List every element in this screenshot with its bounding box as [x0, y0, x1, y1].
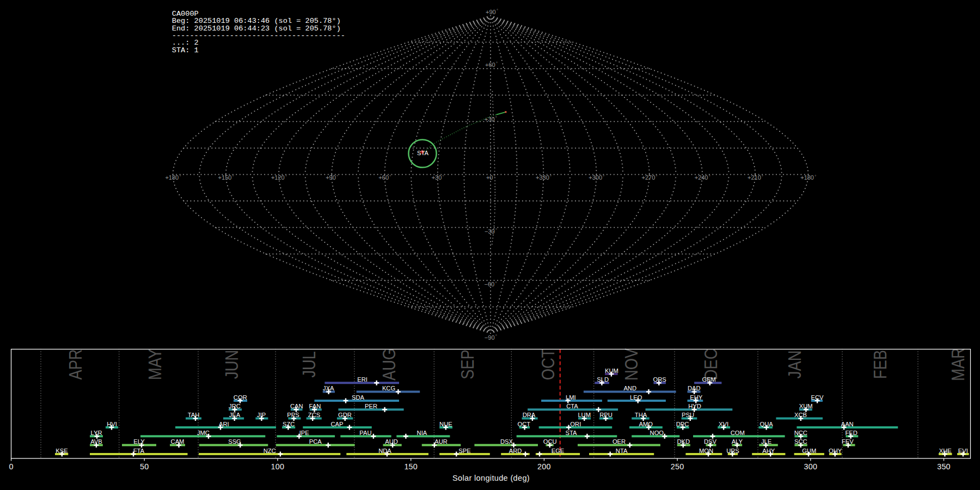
svg-text:AUG: AUG — [378, 348, 399, 381]
svg-text:NTA: NTA — [616, 448, 628, 454]
svg-text:JEA: JEA — [229, 412, 241, 418]
svg-text:LEO: LEO — [630, 394, 642, 401]
svg-text:EVI: EVI — [958, 448, 968, 454]
svg-text:GUM: GUM — [802, 448, 816, 454]
svg-text:100: 100 — [271, 462, 285, 471]
svg-text:CAM: CAM — [171, 438, 185, 445]
svg-text:ALY: ALY — [732, 438, 743, 445]
svg-text:DSV: DSV — [704, 438, 717, 445]
svg-text:AUD: AUD — [385, 438, 398, 445]
svg-text:PCA: PCA — [309, 438, 322, 445]
svg-text:ECV: ECV — [811, 394, 824, 401]
svg-text:KCG: KCG — [382, 385, 395, 391]
svg-text:+330°: +330° — [536, 174, 552, 181]
svg-text:JUN: JUN — [221, 350, 241, 379]
svg-text:MAY: MAY — [144, 349, 164, 380]
svg-text:250: 250 — [671, 462, 684, 471]
svg-text:FEV: FEV — [842, 438, 854, 445]
svg-text:350: 350 — [937, 462, 951, 471]
svg-text:JAN: JAN — [784, 350, 804, 378]
svg-text:XVI: XVI — [719, 421, 728, 427]
svg-text:AVB: AVB — [90, 438, 102, 445]
svg-text:OCU: OCU — [543, 438, 557, 445]
svg-text:SSG: SSG — [228, 438, 241, 445]
svg-text:IPE: IPE — [299, 430, 309, 436]
svg-text:ZCS: ZCS — [308, 412, 320, 418]
svg-text:NUE: NUE — [439, 421, 452, 427]
svg-text:NZC: NZC — [264, 448, 276, 454]
svg-text:ELY: ELY — [133, 438, 145, 445]
svg-text:CTA: CTA — [566, 403, 578, 409]
svg-text:HVI: HVI — [107, 421, 117, 427]
svg-text:AHY: AHY — [762, 448, 775, 454]
svg-text:PSU: PSU — [682, 412, 694, 418]
svg-text:TAH: TAH — [188, 412, 200, 418]
svg-text:GDR: GDR — [338, 412, 352, 418]
svg-text:SDA: SDA — [352, 394, 365, 401]
svg-text:+150°: +150° — [218, 174, 234, 181]
svg-text:URS: URS — [726, 448, 739, 454]
svg-text:OCT: OCT — [517, 421, 530, 427]
svg-text:OCT: OCT — [537, 348, 558, 380]
svg-text:PER: PER — [365, 403, 377, 409]
svg-text:FED: FED — [845, 430, 857, 436]
svg-text:LYR: LYR — [91, 430, 102, 436]
svg-text:ORI: ORI — [570, 421, 581, 427]
svg-text:COM: COM — [731, 430, 745, 436]
svg-text:FAN: FAN — [309, 403, 321, 409]
svg-text:XCB: XCB — [794, 412, 807, 418]
svg-text:LMI: LMI — [566, 394, 576, 401]
svg-text:KUM: KUM — [605, 367, 618, 374]
svg-text:ERI: ERI — [357, 376, 367, 383]
svg-text:EGE: EGE — [552, 448, 565, 454]
svg-text:JRC: JRC — [229, 403, 241, 409]
svg-text:KSE: KSE — [56, 448, 68, 454]
svg-text:NOV: NOV — [621, 348, 641, 381]
svg-text:+180°: +180° — [800, 174, 816, 181]
svg-text:DRA: DRA — [523, 412, 536, 418]
svg-text:DAD: DAD — [688, 385, 701, 391]
svg-text:OHY: OHY — [829, 448, 842, 454]
svg-text:CAP: CAP — [330, 421, 343, 427]
svg-text:GEM: GEM — [702, 376, 715, 383]
svg-text:JLE: JLE — [761, 438, 771, 445]
svg-text:SLD: SLD — [597, 376, 609, 383]
svg-text:RPU: RPU — [599, 412, 612, 418]
svg-text:XUM: XUM — [799, 403, 813, 409]
svg-text:APR: APR — [65, 349, 85, 379]
svg-text:CQR: CQR — [234, 394, 247, 401]
svg-text:JXA: JXA — [323, 385, 334, 391]
svg-text:STA: STA — [417, 150, 428, 156]
svg-text:FEB: FEB — [869, 350, 890, 379]
svg-text:150: 150 — [404, 462, 418, 471]
svg-text:CAN: CAN — [290, 403, 303, 409]
svg-text:NDA: NDA — [378, 448, 391, 454]
svg-text:ARI: ARI — [219, 421, 229, 427]
svg-text:+270°: +270° — [642, 174, 658, 181]
svg-text:NIA: NIA — [417, 430, 427, 436]
svg-text:AUR: AUR — [434, 438, 448, 445]
svg-text:LUM: LUM — [578, 412, 591, 418]
svg-text:DKD: DKD — [677, 438, 690, 445]
svg-text:ARD: ARD — [509, 448, 522, 454]
svg-text:200: 200 — [537, 462, 551, 471]
svg-text:SEP: SEP — [457, 350, 477, 379]
svg-text:300: 300 — [804, 462, 817, 471]
svg-text:SZC: SZC — [283, 421, 295, 427]
svg-text:THA: THA — [635, 412, 647, 418]
svg-text:SCC: SCC — [794, 438, 807, 445]
svg-text:AND: AND — [623, 385, 636, 391]
svg-text:SPE: SPE — [458, 448, 470, 454]
svg-text:AAN: AAN — [841, 421, 854, 427]
svg-text:PPS: PPS — [287, 412, 299, 418]
svg-text:JMC: JMC — [197, 430, 210, 436]
svg-text:Solar longitude (deg): Solar longitude (deg) — [452, 474, 530, 482]
svg-text:OER: OER — [612, 438, 626, 445]
svg-text:NOO: NOO — [650, 430, 664, 436]
svg-text:JUL: JUL — [298, 351, 318, 378]
svg-text:PAU: PAU — [359, 430, 371, 436]
svg-text:FTA: FTA — [133, 448, 145, 454]
svg-text:+240°: +240° — [695, 174, 710, 181]
svg-text:STA: 1: STA: 1 — [172, 46, 199, 54]
svg-text:JIP: JIP — [257, 412, 266, 418]
